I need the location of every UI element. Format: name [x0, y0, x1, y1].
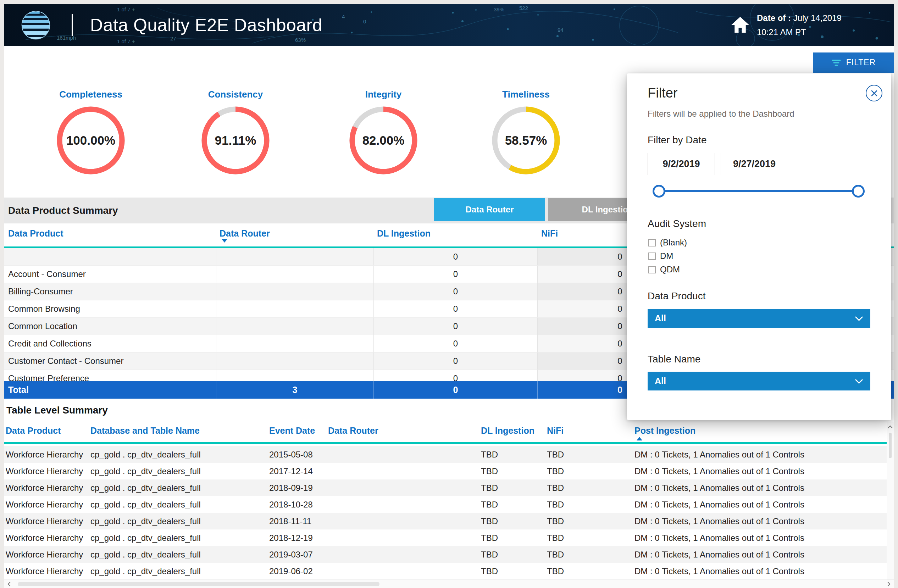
audit-option-dm[interactable]: DM — [648, 249, 687, 263]
checkbox[interactable] — [648, 266, 656, 273]
end-date-input[interactable]: 9/27/2019 — [721, 153, 788, 175]
checkbox-label: (Blank) — [660, 238, 687, 248]
chevron-left-icon[interactable] — [5, 580, 14, 588]
table-summary-row[interactable]: Workforce Hierarchycp_gold . cp_dtv_deal… — [4, 563, 894, 579]
header-datetime: Date of : July 14,2019 10:21 AM PT — [757, 11, 842, 39]
cell-data-product: Credit and Collections — [4, 335, 216, 352]
cell-post-ingestion: DM : 0 Tickets, 1 Anomalies out of 1 Con… — [635, 450, 894, 460]
column-header-table-name[interactable]: Database and Table Name — [91, 426, 200, 436]
column-header-post-ingestion[interactable]: Post Ingestion — [635, 426, 695, 436]
table-summary-row[interactable]: Workforce Hierarchycp_gold . cp_dtv_deal… — [4, 479, 894, 496]
filter-icon — [831, 58, 841, 68]
column-header-data-product[interactable]: Data Product — [6, 426, 61, 436]
total-label: Total — [4, 381, 216, 399]
start-date-input[interactable]: 9/2/2019 — [647, 153, 715, 175]
product-summary-title: Data Product Summary — [8, 197, 118, 223]
vertical-scrollbar[interactable] — [887, 422, 894, 579]
filter-by-date-label: Filter by Date — [647, 134, 707, 146]
checkbox[interactable] — [648, 239, 656, 246]
column-header-nifi[interactable]: NiFi — [547, 426, 564, 436]
cell-event-date: 2018-09-19 — [269, 483, 328, 493]
table-summary-row[interactable]: Workforce Hierarchycp_gold . cp_dtv_deal… — [4, 530, 894, 546]
table-summary-row[interactable]: Workforce Hierarchycp_gold . cp_dtv_deal… — [4, 463, 894, 479]
column-header-data-router[interactable]: Data Router — [328, 426, 378, 436]
cell-dl-ingestion: TBD — [481, 550, 547, 560]
cell-data-product: Common Location — [4, 318, 216, 335]
cell-dl-ingestion: TBD — [481, 483, 547, 493]
column-header-data-router[interactable]: Data Router — [220, 228, 270, 239]
audit-system-options: (Blank)DMQDM — [648, 236, 687, 276]
cell-dl-ingestion: 0 — [374, 318, 537, 335]
column-header-event-date[interactable]: Event Date — [269, 426, 315, 436]
cell-table-name: cp_gold . cp_dtv_dealers_full — [91, 483, 269, 493]
sort-descending-icon — [221, 239, 228, 243]
gauge-ring: 82.00% — [348, 105, 419, 176]
cell-dl-ingestion: 0 — [374, 283, 537, 300]
column-header-dl-ingestion[interactable]: DL Ingestion — [481, 426, 535, 436]
gauge-completeness: Completeness100.00% — [48, 89, 133, 176]
audit-option-blank[interactable]: (Blank) — [648, 236, 687, 249]
data-product-dropdown[interactable]: All — [647, 309, 870, 328]
gauge-ring: 58.57% — [491, 105, 561, 176]
close-icon[interactable] — [866, 85, 883, 102]
cell-table-name: cp_gold . cp_dtv_dealers_full — [91, 466, 269, 476]
cell-post-ingestion: DM : 0 Tickets, 1 Anomalies out of 1 Con… — [635, 500, 894, 509]
scrollbar-thumb[interactable] — [18, 582, 380, 586]
horizontal-scrollbar[interactable] — [4, 579, 894, 588]
cell-event-date: 2019-06-02 — [269, 566, 328, 576]
table-summary-row[interactable]: Workforce Hierarchycp_gold . cp_dtv_deal… — [4, 446, 894, 463]
cell-data-product: Workforce Hierarchy — [4, 516, 91, 526]
data-product-label: Data Product — [647, 291, 706, 302]
gauge-value: 100.00% — [55, 105, 126, 176]
audit-option-qdm[interactable]: QDM — [648, 263, 687, 276]
chevron-up-icon[interactable] — [886, 423, 895, 431]
cell-data-product: Workforce Hierarchy — [4, 500, 91, 509]
table-summary-row[interactable]: Workforce Hierarchycp_gold . cp_dtv_deal… — [4, 513, 894, 530]
cell-event-date: 2018-12-19 — [269, 533, 328, 543]
cell-table-name: cp_gold . cp_dtv_dealers_full — [91, 550, 269, 560]
cell-dl-ingestion: TBD — [481, 533, 547, 543]
cell-data-router — [216, 248, 374, 265]
filter-panel-subtitle: Filters will be applied to the Dashboard — [647, 109, 795, 119]
home-icon[interactable] — [730, 16, 750, 34]
column-header-dl-ingestion[interactable]: DL Ingestion — [377, 228, 431, 239]
slider-handle-start[interactable] — [653, 185, 665, 197]
cell-dl-ingestion: 0 — [374, 300, 537, 317]
cell-data-product: Account - Consumer — [4, 266, 216, 283]
cell-dl-ingestion: 0 — [374, 248, 537, 265]
scrollbar-thumb[interactable] — [889, 433, 892, 458]
chevron-down-icon — [855, 379, 863, 384]
column-header-nifi[interactable]: NiFi — [541, 228, 558, 239]
gauge-title: Integrity — [341, 89, 426, 100]
cell-nifi: TBD — [547, 550, 635, 560]
date-value: July 14,2019 — [793, 13, 842, 23]
filter-button[interactable]: FILTER — [813, 52, 894, 73]
checkbox[interactable] — [648, 252, 656, 260]
cell-dl-ingestion: 0 — [374, 266, 537, 283]
checkbox-label: DM — [660, 251, 673, 261]
page-title: Data Quality E2E Dashboard — [90, 15, 322, 35]
gauge-value: 58.57% — [491, 105, 561, 176]
decoration-number: 522 — [519, 5, 528, 11]
decoration-number: 27 — [170, 35, 176, 42]
cell-data-product: Workforce Hierarchy — [4, 550, 91, 560]
table-summary-row[interactable]: Workforce Hierarchycp_gold . cp_dtv_deal… — [4, 546, 894, 563]
chevron-right-icon[interactable] — [884, 580, 893, 588]
table-summary-row[interactable]: Workforce Hierarchycp_gold . cp_dtv_deal… — [4, 496, 894, 513]
slider-track[interactable] — [659, 190, 858, 192]
cell-nifi: TBD — [547, 516, 635, 526]
table-name-dropdown[interactable]: All — [647, 372, 870, 391]
column-header-data-product[interactable]: Data Product — [8, 228, 63, 239]
slider-handle-end[interactable] — [852, 185, 865, 197]
cell-table-name: cp_gold . cp_dtv_dealers_full — [91, 516, 269, 526]
cell-event-date: 2018-10-28 — [269, 500, 328, 509]
cell-data-router — [216, 283, 374, 300]
table-name-label: Table Name — [647, 354, 700, 365]
cell-nifi: TBD — [547, 483, 635, 493]
cell-data-product: Common Browsing — [4, 300, 216, 317]
decoration-number: 4 — [342, 14, 345, 20]
cell-event-date: 2018-11-11 — [269, 516, 328, 526]
cell-event-date: 2017-12-14 — [269, 466, 328, 476]
gauge-title: Consistency — [193, 89, 278, 100]
tab-data-router[interactable]: Data Router — [434, 198, 545, 221]
